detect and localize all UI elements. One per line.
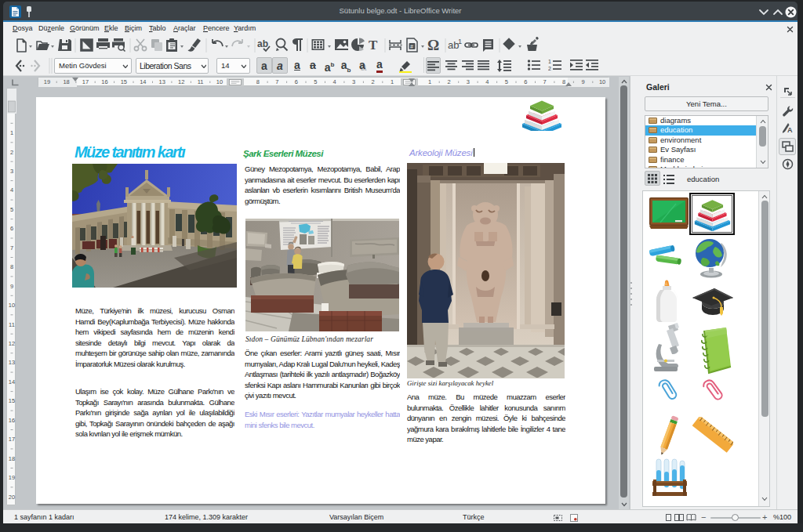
svg-text:2: 2 bbox=[372, 78, 375, 85]
svg-text:2: 2 bbox=[10, 149, 13, 156]
svg-text:12: 12 bbox=[178, 78, 184, 85]
svg-text:17: 17 bbox=[82, 78, 89, 85]
svg-text:3: 3 bbox=[352, 78, 355, 85]
svg-text:3: 3 bbox=[467, 78, 470, 85]
svg-text:13: 13 bbox=[9, 359, 15, 366]
svg-text:17: 17 bbox=[9, 436, 15, 443]
svg-text:19: 19 bbox=[44, 78, 50, 85]
svg-text:5: 5 bbox=[314, 78, 317, 85]
svg-text:1: 1 bbox=[458, 38, 462, 45]
svg-text:19: 19 bbox=[9, 474, 15, 481]
svg-text:1: 1 bbox=[428, 78, 431, 85]
svg-text:14: 14 bbox=[9, 378, 15, 385]
svg-text:2: 2 bbox=[548, 66, 551, 71]
svg-text:16: 16 bbox=[101, 78, 107, 85]
svg-text:18: 18 bbox=[9, 455, 15, 462]
svg-text:12: 12 bbox=[9, 340, 15, 347]
svg-text:T: T bbox=[369, 38, 378, 52]
svg-text:6: 6 bbox=[524, 78, 527, 85]
svg-text:8: 8 bbox=[562, 78, 565, 85]
svg-text:1: 1 bbox=[391, 78, 394, 85]
svg-text:5: 5 bbox=[10, 206, 13, 213]
svg-text:15: 15 bbox=[9, 397, 15, 404]
svg-text:7: 7 bbox=[543, 78, 547, 85]
svg-text:7: 7 bbox=[275, 78, 278, 85]
svg-text:4: 4 bbox=[10, 186, 13, 194]
svg-text:6: 6 bbox=[295, 78, 298, 85]
svg-text:8: 8 bbox=[10, 263, 13, 270]
svg-text:1: 1 bbox=[10, 129, 13, 136]
svg-text:6: 6 bbox=[10, 225, 13, 232]
svg-text:11: 11 bbox=[9, 321, 15, 328]
svg-text:ab: ab bbox=[257, 38, 268, 49]
svg-text:7: 7 bbox=[10, 244, 13, 252]
svg-text:10: 10 bbox=[9, 302, 15, 309]
svg-text:3: 3 bbox=[10, 168, 13, 175]
svg-text:18: 18 bbox=[63, 78, 69, 85]
svg-text:11: 11 bbox=[198, 78, 204, 85]
svg-text:13: 13 bbox=[159, 78, 165, 85]
svg-text:2: 2 bbox=[447, 78, 450, 85]
svg-text:16: 16 bbox=[9, 417, 15, 424]
svg-text:4: 4 bbox=[485, 78, 489, 85]
svg-text:9: 9 bbox=[582, 78, 585, 85]
svg-text:1: 1 bbox=[548, 59, 551, 64]
svg-text:8: 8 bbox=[256, 78, 260, 85]
svg-text:10: 10 bbox=[599, 78, 605, 85]
svg-text:4: 4 bbox=[333, 78, 336, 85]
svg-text:Ω: Ω bbox=[427, 37, 439, 53]
svg-text:A: A bbox=[787, 126, 793, 134]
svg-text:14: 14 bbox=[140, 78, 146, 85]
svg-text:5: 5 bbox=[505, 78, 508, 85]
svg-text:9: 9 bbox=[10, 283, 13, 290]
svg-text:10: 10 bbox=[216, 78, 223, 85]
svg-text:15: 15 bbox=[121, 78, 127, 85]
svg-text:#: # bbox=[410, 44, 413, 49]
svg-text:20: 20 bbox=[9, 494, 15, 501]
